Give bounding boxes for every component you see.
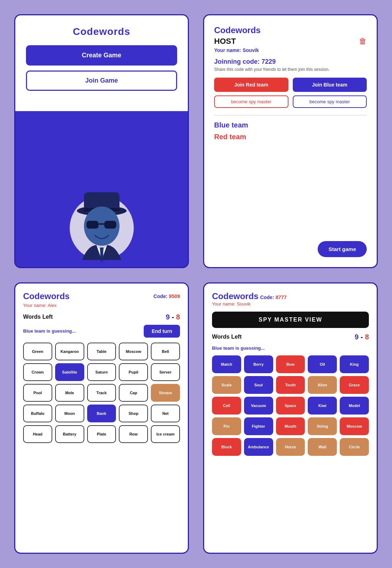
- spy-word-card[interactable]: Block: [212, 438, 241, 456]
- app-title-2: Codewords: [214, 25, 261, 35]
- spy-word-card[interactable]: Kiwi: [308, 397, 337, 415]
- divider: [214, 115, 367, 115]
- card-main-menu: Codewords Create Game Join Game: [14, 14, 189, 268]
- spy-word-card[interactable]: Berry: [244, 355, 273, 373]
- player-header: Codewords Code: 9509: [23, 291, 180, 301]
- join-code-row: Joinning code: 7229: [214, 58, 367, 66]
- blue-team-label: Blue team: [214, 121, 367, 129]
- spy-guessing-row: Blue team is guessing...: [212, 345, 369, 351]
- spy-word-card[interactable]: Ambulance: [244, 438, 273, 456]
- word-card[interactable]: Server: [151, 363, 180, 381]
- spy-word-card[interactable]: Horse: [276, 438, 305, 456]
- word-card[interactable]: Plate: [87, 425, 116, 443]
- spy-name-value: Souvik: [237, 301, 251, 307]
- end-turn-button[interactable]: End turn: [144, 325, 180, 338]
- word-grid-3: GreenKangarooTableMoscowBellCrownSatelli…: [23, 343, 180, 443]
- word-card[interactable]: Track: [87, 384, 116, 402]
- spy-word-card[interactable]: Soul: [244, 376, 273, 394]
- spy-word-card[interactable]: Pin: [212, 417, 241, 435]
- word-card[interactable]: Satellite: [55, 363, 84, 381]
- delete-icon[interactable]: 🗑: [359, 37, 367, 46]
- word-card[interactable]: Crown: [23, 363, 52, 381]
- word-card[interactable]: Moscow: [119, 343, 148, 360]
- host-row: HOST 🗑: [214, 37, 367, 46]
- become-spy-master-red-button[interactable]: become spy master: [214, 95, 288, 108]
- game-code-3: Code: 9509: [153, 293, 180, 299]
- svg-rect-5: [86, 221, 99, 229]
- spy-master-buttons: become spy master become spy master: [214, 95, 367, 108]
- card-spy-master: Codewords Code: 8777 Your name: Souvik S…: [203, 282, 378, 554]
- words-left-label-4: Words Left: [212, 334, 242, 340]
- share-text: Share this code with your friends to let…: [214, 67, 367, 72]
- word-card[interactable]: Stream: [151, 384, 180, 402]
- spy-word-card[interactable]: Scale: [212, 376, 241, 394]
- become-spy-master-blue-button[interactable]: become spy master: [293, 95, 367, 108]
- spy-word-card[interactable]: Oil: [308, 355, 337, 373]
- svg-rect-6: [104, 221, 116, 229]
- word-card[interactable]: Row: [119, 425, 148, 443]
- words-left-label-3: Words Left: [23, 314, 53, 320]
- spy-word-card[interactable]: Match: [212, 355, 241, 373]
- app-title-3: Codewords: [23, 291, 70, 301]
- word-card[interactable]: Pool: [23, 384, 52, 402]
- join-game-button[interactable]: Join Game: [26, 71, 177, 91]
- host-label: HOST: [214, 37, 236, 46]
- team-buttons: Join Red team Join Blue team: [214, 78, 367, 92]
- spy-word-card[interactable]: Fighter: [244, 417, 273, 435]
- spy-word-card[interactable]: King: [340, 355, 369, 373]
- word-card[interactable]: Green: [23, 343, 52, 360]
- word-card[interactable]: Net: [151, 405, 180, 422]
- word-card[interactable]: Mole: [55, 384, 84, 402]
- word-card[interactable]: Saturn: [87, 363, 116, 381]
- spy-word-card[interactable]: Wall: [308, 438, 337, 456]
- red-team-label: Red team: [214, 133, 367, 141]
- spy-word-card[interactable]: Space: [276, 397, 305, 415]
- spy-word-card[interactable]: Bow: [276, 355, 305, 373]
- card-player-view: Codewords Code: 9509 Your name: Alex Wor…: [14, 282, 189, 554]
- word-card[interactable]: Cap: [119, 384, 148, 402]
- words-left-row-3: Words Left 9 - 8: [23, 313, 180, 321]
- spy-guessing-text: Blue team is guessing...: [212, 345, 265, 351]
- word-card[interactable]: Table: [87, 343, 116, 360]
- join-red-team-button[interactable]: Join Red team: [214, 78, 288, 92]
- game-code-4: Code: 8777: [260, 295, 287, 300]
- guessing-row-3: Blue team is guessing... End turn: [23, 325, 180, 338]
- spy-master-banner: SPY MASTER VIEW: [212, 312, 369, 328]
- start-game-button[interactable]: Start game: [318, 241, 367, 257]
- app-title-4: Codewords: [212, 291, 259, 301]
- spy-illustration: [61, 91, 143, 267]
- app-title-1: Codewords: [73, 26, 130, 37]
- word-card[interactable]: Battery: [55, 425, 84, 443]
- word-card[interactable]: Head: [23, 425, 52, 443]
- word-grid-4: MatchBerryBowOilKingScaleSoulToothAllenG…: [212, 355, 369, 456]
- score-display-3: 9 - 8: [166, 313, 180, 321]
- score-display-4: 9 - 8: [355, 333, 369, 341]
- word-card[interactable]: Shop: [119, 405, 148, 422]
- player-name-value: Alex: [48, 303, 57, 308]
- word-card[interactable]: Bank: [87, 405, 116, 422]
- spy-word-card[interactable]: Vacuum: [244, 397, 273, 415]
- spy-word-card[interactable]: Mouth: [276, 417, 305, 435]
- spy-word-card[interactable]: Cell: [212, 397, 241, 415]
- join-blue-team-button[interactable]: Join Blue team: [293, 78, 367, 92]
- spy-word-card[interactable]: Tooth: [276, 376, 305, 394]
- word-card[interactable]: Pupil: [119, 363, 148, 381]
- spy-word-card[interactable]: Moscow: [340, 417, 369, 435]
- create-game-button[interactable]: Create Game: [26, 45, 177, 66]
- start-game-row: Start game: [214, 234, 367, 257]
- guessing-text-3: Blue team is guessing...: [23, 328, 76, 334]
- spy-word-card[interactable]: String: [308, 417, 337, 435]
- svg-rect-7: [99, 223, 104, 225]
- word-card[interactable]: Kangaroo: [55, 343, 84, 360]
- spy-word-card[interactable]: Grace: [340, 376, 369, 394]
- spy-name-row: Your name: Souvik: [212, 301, 369, 307]
- word-card[interactable]: Moon: [55, 405, 84, 422]
- spy-word-card[interactable]: Allen: [308, 376, 337, 394]
- word-card[interactable]: Buffalo: [23, 405, 52, 422]
- spy-word-card[interactable]: Circle: [340, 438, 369, 456]
- host-header: Codewords: [214, 25, 367, 35]
- word-card[interactable]: Ice cream: [151, 425, 180, 443]
- words-left-row-4: Words Left 9 - 8: [212, 333, 369, 341]
- word-card[interactable]: Bell: [151, 343, 180, 360]
- spy-word-card[interactable]: Model: [340, 397, 369, 415]
